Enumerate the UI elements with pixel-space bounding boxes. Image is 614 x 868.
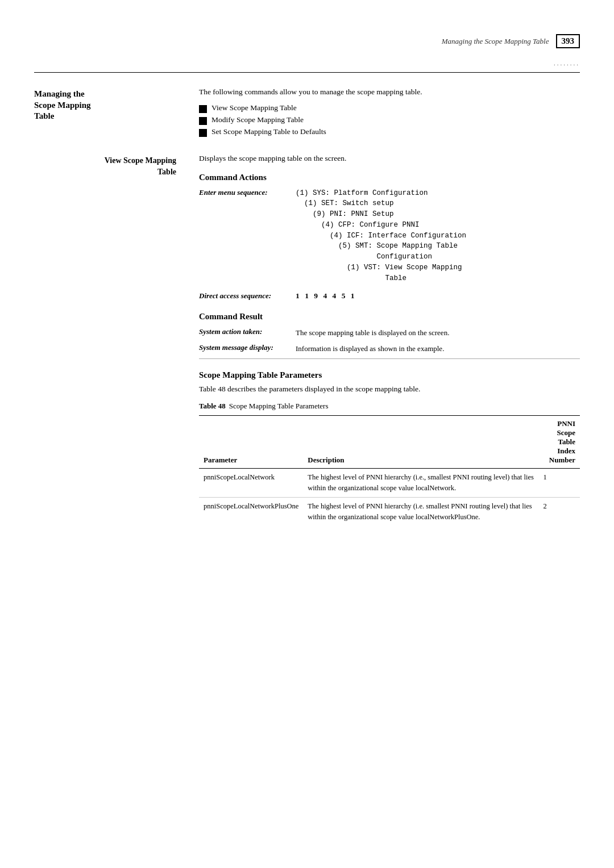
table-caption-row: Table 48 Scope Mapping Table Parameters <box>199 402 580 411</box>
command-actions-heading: Command Actions <box>199 173 580 182</box>
params-table-head: Parameter Description PNNI Scope Table I… <box>199 416 580 469</box>
param-desc-1: The highest level of PNNI hierarchy (i.e… <box>303 469 538 498</box>
displays-text: Displays the scope mapping table on the … <box>199 153 580 164</box>
params-table: Parameter Description PNNI Scope Table I… <box>199 415 580 525</box>
system-action-label: System action taken: <box>199 327 296 339</box>
table-caption-text: Scope Mapping Table Parameters <box>229 402 329 411</box>
page-container: Managing the Scope Mapping Table 393 ...… <box>0 0 614 868</box>
managing-section-row: Managing the Scope Mapping Table The fol… <box>34 86 580 141</box>
page-header: Managing the Scope Mapping Table 393 <box>34 34 580 53</box>
table-row: pnniScopeLocalNetwork The highest level … <box>199 469 580 498</box>
param-num-2: 2 <box>538 497 580 525</box>
col-parameter-header: Parameter <box>199 416 303 469</box>
bullet-icon-2 <box>199 117 207 125</box>
system-action-row: System action taken: The scope mapping t… <box>199 327 580 339</box>
col-description-header: Description <box>303 416 538 469</box>
managing-intro: The following commands allow you to mana… <box>199 86 580 98</box>
direct-access-value: 1 1 9 4 4 5 1 <box>296 291 356 301</box>
bullet-modify-scope: Modify Scope Mapping Table <box>199 115 580 125</box>
view-scope-heading: View Scope Mapping Table <box>34 155 182 177</box>
direct-access-row: Direct access sequence: 1 1 9 4 4 5 1 <box>199 291 580 301</box>
params-divider <box>199 358 580 359</box>
enter-menu-label: Enter menu sequence: <box>199 188 296 284</box>
managing-bullets: View Scope Mapping Table Modify Scope Ma… <box>199 103 580 137</box>
param-name-2: pnniScopeLocalNetworkPlusOne <box>199 497 303 525</box>
managing-left-col: Managing the Scope Mapping Table <box>34 86 193 141</box>
view-scope-right-col: Displays the scope mapping table on the … <box>193 153 580 525</box>
page-number: 393 <box>556 34 580 48</box>
command-result-heading: Command Result <box>199 312 580 322</box>
param-name-1: pnniScopeLocalNetwork <box>199 469 303 498</box>
table-row: pnniScopeLocalNetworkPlusOne The highest… <box>199 497 580 525</box>
bullet-icon-3 <box>199 129 207 137</box>
view-scope-section-row: View Scope Mapping Table Displays the sc… <box>34 153 580 525</box>
system-message-label: System message display: <box>199 343 296 354</box>
header-title: Managing the Scope Mapping Table <box>442 37 549 46</box>
enter-menu-row: Enter menu sequence: (1) SYS: Platform C… <box>199 188 580 284</box>
direct-access-label: Direct access sequence: <box>199 291 296 301</box>
top-rule <box>34 72 580 73</box>
managing-right-col: The following commands allow you to mana… <box>193 86 580 141</box>
view-scope-left-col: View Scope Mapping Table <box>34 153 193 525</box>
enter-menu-value: (1) SYS: Platform Configuration (1) SET:… <box>296 188 580 284</box>
param-num-1: 1 <box>538 469 580 498</box>
smt-params-desc: Table 48 describes the parameters displa… <box>199 385 580 394</box>
params-table-header-row: Parameter Description PNNI Scope Table I… <box>199 416 580 469</box>
col-pnni-header: PNNI Scope Table Index Number <box>538 416 580 469</box>
param-desc-2: The highest level of PNNI hierarchy (i.e… <box>303 497 538 525</box>
system-message-row: System message display: Information is d… <box>199 343 580 354</box>
bullet-icon-1 <box>199 105 207 113</box>
header-dots: ........ <box>34 60 580 66</box>
managing-heading: Managing the Scope Mapping Table <box>34 89 182 122</box>
bullet-view-scope: View Scope Mapping Table <box>199 103 580 113</box>
system-message-value: Information is displayed as shown in the… <box>296 343 580 354</box>
system-action-value: The scope mapping table is displayed on … <box>296 327 580 339</box>
table-caption-label: Table 48 <box>199 402 226 411</box>
smt-params-heading: Scope Mapping Table Parameters <box>199 370 580 380</box>
params-table-body: pnniScopeLocalNetwork The highest level … <box>199 469 580 526</box>
bullet-set-scope: Set Scope Mapping Table to Defaults <box>199 127 580 137</box>
